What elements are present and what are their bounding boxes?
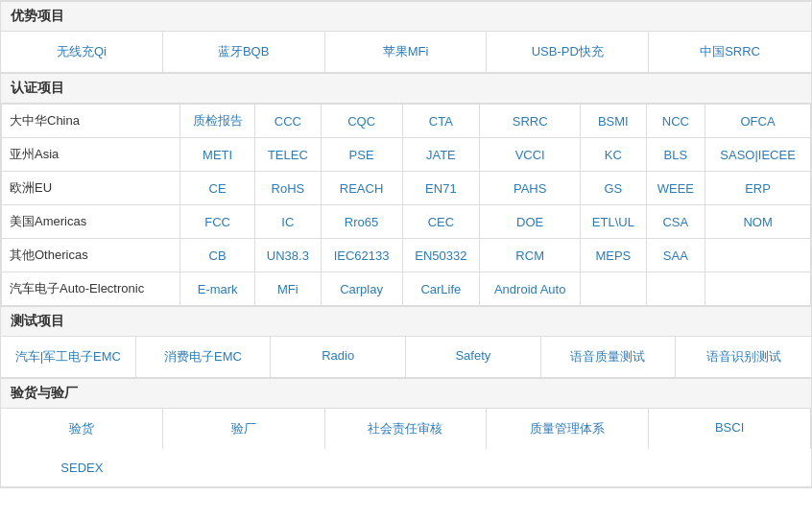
cert-americas-0[interactable]: FCC: [180, 205, 255, 239]
row-header-auto: 汽车电子Auto-Electronic: [2, 272, 180, 306]
cert-americas-1[interactable]: IC: [255, 205, 321, 239]
row-header-americas: 美国Americas: [2, 205, 180, 239]
advantage-title: 优势项目: [1, 1, 811, 32]
inspection-item-2[interactable]: 社会责任审核: [325, 409, 488, 449]
inspection-item-4[interactable]: BSCI: [649, 409, 811, 449]
cert-other-1[interactable]: UN38.3: [255, 239, 321, 272]
row-header-asia: 亚州Asia: [2, 138, 180, 172]
test-grid: 汽车|军工电子EMC 消费电子EMC Radio Safety 语音质量测试 语…: [1, 337, 811, 378]
advantage-item-2[interactable]: 苹果MFi: [325, 32, 488, 72]
test-item-4[interactable]: 语音质量测试: [541, 337, 677, 377]
cert-auto-3[interactable]: CarLife: [402, 272, 480, 306]
cert-auto-0[interactable]: E-mark: [180, 272, 255, 306]
table-row: 亚州Asia METI TELEC PSE JATE VCCI KC BLS S…: [2, 138, 811, 172]
cert-eu-3[interactable]: EN71: [402, 172, 480, 205]
table-row: 欧洲EU CE RoHS REACH EN71 PAHS GS WEEE ERP: [2, 172, 811, 205]
advantage-grid: 无线充Qi 蓝牙BQB 苹果MFi USB-PD快充 中国SRRC: [1, 32, 811, 73]
inspection-item-0[interactable]: 验货: [1, 409, 163, 449]
cert-china-0[interactable]: 质检报告: [180, 105, 255, 138]
cert-china-7[interactable]: OFCA: [705, 105, 811, 138]
inspection-title: 验货与验厂: [1, 378, 811, 409]
advantage-item-1[interactable]: 蓝牙BQB: [163, 32, 325, 72]
cert-eu-4[interactable]: PAHS: [480, 172, 581, 205]
cert-americas-2[interactable]: Rro65: [321, 205, 402, 239]
cert-auto-2[interactable]: Carplay: [321, 272, 402, 306]
inspection-item-5[interactable]: SEDEX: [1, 449, 163, 486]
cert-americas-4[interactable]: DOE: [480, 205, 581, 239]
cert-eu-7[interactable]: ERP: [705, 172, 811, 205]
row-header-other: 其他Othericas: [2, 239, 180, 272]
cert-asia-5[interactable]: KC: [581, 138, 646, 172]
cert-eu-5[interactable]: GS: [581, 172, 646, 205]
cert-china-1[interactable]: CCC: [255, 105, 321, 138]
cert-auto-5[interactable]: [581, 272, 646, 306]
cert-eu-6[interactable]: WEEE: [646, 172, 705, 205]
test-title: 测试项目: [1, 306, 811, 337]
cert-auto-6[interactable]: [646, 272, 705, 306]
advantage-item-0[interactable]: 无线充Qi: [1, 32, 163, 72]
cert-other-2[interactable]: IEC62133: [321, 239, 402, 272]
test-item-2[interactable]: Radio: [271, 337, 406, 377]
cert-eu-2[interactable]: REACH: [321, 172, 402, 205]
cert-asia-3[interactable]: JATE: [402, 138, 480, 172]
table-row: 汽车电子Auto-Electronic E-mark MFi Carplay C…: [2, 272, 811, 306]
cert-asia-4[interactable]: VCCI: [480, 138, 581, 172]
certification-table: 大中华China 质检报告 CCC CQC CTA SRRC BSMI NCC …: [1, 104, 811, 306]
cert-auto-4[interactable]: Android Auto: [480, 272, 581, 306]
row-header-eu: 欧洲EU: [2, 172, 180, 205]
cert-other-7[interactable]: [705, 239, 811, 272]
inspection-item-3[interactable]: 质量管理体系: [487, 409, 649, 449]
inspection-item-1[interactable]: 验厂: [163, 409, 325, 449]
table-row: 美国Americas FCC IC Rro65 CEC DOE ETL\UL C…: [2, 205, 811, 239]
cert-auto-7[interactable]: [705, 272, 811, 306]
table-row: 大中华China 质检报告 CCC CQC CTA SRRC BSMI NCC …: [2, 105, 811, 138]
cert-asia-0[interactable]: METI: [180, 138, 255, 172]
certification-title: 认证项目: [1, 73, 811, 104]
cert-china-5[interactable]: BSMI: [581, 105, 646, 138]
cert-other-6[interactable]: SAA: [646, 239, 705, 272]
cert-asia-1[interactable]: TELEC: [255, 138, 321, 172]
cert-other-5[interactable]: MEPS: [581, 239, 646, 272]
cert-eu-0[interactable]: CE: [180, 172, 255, 205]
cert-asia-6[interactable]: BLS: [646, 138, 705, 172]
advantage-item-3[interactable]: USB-PD快充: [487, 32, 649, 72]
cert-americas-5[interactable]: ETL\UL: [581, 205, 646, 239]
test-item-5[interactable]: 语音识别测试: [676, 337, 811, 377]
cert-americas-7[interactable]: NOM: [705, 205, 811, 239]
cert-china-3[interactable]: CTA: [402, 105, 480, 138]
cert-asia-7[interactable]: SASO|IECEE: [705, 138, 811, 172]
cert-auto-1[interactable]: MFi: [255, 272, 321, 306]
test-item-1[interactable]: 消费电子EMC: [136, 337, 272, 377]
cert-china-6[interactable]: NCC: [646, 105, 705, 138]
cert-other-3[interactable]: EN50332: [402, 239, 480, 272]
cert-other-0[interactable]: CB: [180, 239, 255, 272]
cert-eu-1[interactable]: RoHS: [255, 172, 321, 205]
cert-china-4[interactable]: SRRC: [480, 105, 581, 138]
advantage-item-4[interactable]: 中国SRRC: [649, 32, 811, 72]
cert-other-4[interactable]: RCM: [480, 239, 581, 272]
table-row: 其他Othericas CB UN38.3 IEC62133 EN50332 R…: [2, 239, 811, 272]
test-item-0[interactable]: 汽车|军工电子EMC: [1, 337, 136, 377]
cert-asia-2[interactable]: PSE: [321, 138, 402, 172]
cert-china-2[interactable]: CQC: [321, 105, 402, 138]
row-header-china: 大中华China: [2, 105, 180, 138]
cert-americas-3[interactable]: CEC: [402, 205, 480, 239]
test-item-3[interactable]: Safety: [406, 337, 541, 377]
cert-americas-6[interactable]: CSA: [646, 205, 705, 239]
inspection-grid: 验货 验厂 社会责任审核 质量管理体系 BSCI SEDEX: [1, 409, 811, 487]
